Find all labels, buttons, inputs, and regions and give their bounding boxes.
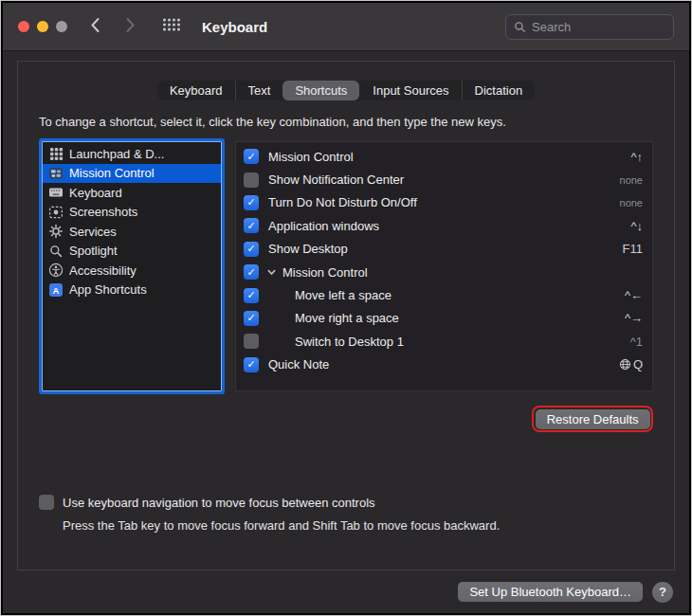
setup-bluetooth-keyboard-button[interactable]: Set Up Bluetooth Keyboard… [458,582,643,602]
tab-keyboard[interactable]: Keyboard [157,81,235,100]
window-title: Keyboard [202,19,267,35]
launchpad-icon [48,146,64,161]
shortcut-keys: ^↑ [630,150,643,164]
shortcut-checkbox[interactable]: ✓ [244,311,259,326]
close-window-button[interactable] [18,21,29,32]
shortcut-label: Mission Control [268,150,354,164]
shortcut-label: Quick Note [268,357,329,371]
tab-input-sources[interactable]: Input Sources [359,81,461,100]
app-shortcuts-icon: A [48,282,64,298]
shortcut-label: Mission Control [282,265,368,280]
tab-text[interactable]: Text [235,81,283,100]
sidebar-item-launchpad-d[interactable]: Launchpad & D... [43,144,221,164]
chevron-down-icon[interactable] [266,267,279,278]
shortcut-label: Show Desktop [268,242,348,256]
keyboard-navigation-checkbox[interactable] [39,495,54,510]
shortcut-label: Show Notification Center [268,172,404,187]
sidebar-item-label: App Shortcuts [69,282,147,297]
shortcut-checkbox[interactable]: ✓ [244,149,259,164]
shortcut-row[interactable]: ✓Mission Control [236,261,652,283]
shortcut-row[interactable]: ✓Turn Do Not Disturb On/Offnone [236,191,652,214]
restore-defaults-row: Restore Defaults [39,406,653,432]
shortcut-label: Move right a space [295,311,399,325]
instruction-text: To change a shortcut, select it, click t… [39,115,653,129]
shortcut-keys: ^1 [630,335,643,349]
shortcut-keys: none [620,174,643,186]
minimize-window-button[interactable] [37,21,48,32]
shortcut-checkbox[interactable]: ✓ [244,218,259,233]
shortcut-label: Application windows [268,219,379,233]
shortcut-checkbox[interactable]: ✓ [244,357,259,372]
shortcut-row[interactable]: Show Notification Centernone [236,168,652,190]
back-button[interactable] [90,17,100,37]
sidebar-item-label: Mission Control [69,166,155,180]
sidebar-item-label: Spotlight [69,244,118,258]
sidebar-item-mission-control[interactable]: Mission Control [43,164,221,184]
screenshot-frame: Keyboard KeyboardTextShortcutsInput Sour… [0,0,692,616]
shortcut-row[interactable]: ✓Show DesktopF11 [236,238,652,261]
chevron-left-icon [90,17,100,37]
forward-button[interactable] [125,17,136,37]
sidebar-item-screenshots[interactable]: Screenshots [43,203,221,223]
sidebar-item-keyboard[interactable]: Keyboard [43,183,221,203]
shortcut-row[interactable]: ✓Move left a space^← [236,283,652,306]
tab-row: KeyboardTextShortcutsInput SourcesDictat… [39,62,653,100]
shortcut-label: Switch to Desktop 1 [295,335,404,349]
shortcut-checkbox[interactable]: ✓ [244,242,259,257]
shortcut-row[interactable]: ✓Move right a space^→ [236,307,652,330]
shortcut-keys: none [620,197,643,208]
keyboard-navigation-row: Use keyboard navigation to move focus be… [39,495,653,510]
sidebar-item-label: Accessibility [69,263,137,278]
sidebar-item-app-shortcuts[interactable]: AApp Shortcuts [43,281,221,300]
spotlight-icon [48,244,64,259]
restore-defaults-button[interactable]: Restore Defaults [536,409,650,429]
grid-icon [162,18,181,35]
tab-bar: KeyboardTextShortcutsInput SourcesDictat… [157,81,535,100]
keyboard-icon [48,185,64,200]
services-icon [48,224,64,239]
chevron-right-icon [125,17,136,37]
shortcut-checkbox[interactable]: ✓ [244,264,259,280]
accessibility-icon [48,263,64,278]
preferences-pane: KeyboardTextShortcutsInput SourcesDictat… [17,61,675,571]
shortcut-row[interactable]: Switch to Desktop 1^1 [236,330,652,353]
mission-control-icon [48,166,64,181]
sidebar-item-spotlight[interactable]: Spotlight [43,242,221,262]
screenshots-icon [48,205,64,220]
titlebar: Keyboard [3,3,689,51]
shortcut-label: Move left a space [295,288,392,302]
search-field[interactable] [505,14,674,40]
zoom-window-button[interactable] [56,21,67,32]
svg-text:A: A [53,284,60,295]
search-icon [514,21,526,33]
annotation-highlight: Restore Defaults [532,406,653,432]
shortcut-keys: ^→ [625,311,643,325]
sidebar-item-accessibility[interactable]: Accessibility [43,261,221,281]
traffic-lights [18,21,67,32]
shortcut-checkbox[interactable]: ✓ [244,195,259,210]
footer: Set Up Bluetooth Keyboard… ? [3,571,689,613]
help-button[interactable]: ? [652,582,673,603]
shortcut-checkbox[interactable]: ✓ [244,288,259,303]
shortcut-keys: ^← [625,288,643,302]
tab-dictation[interactable]: Dictation [462,81,536,100]
keyboard-navigation-help-text: Press the Tab key to move focus forward … [39,518,653,533]
shortcuts-main: Launchpad & D...Mission ControlKeyboardS… [39,138,653,394]
shortcut-row[interactable]: ✓Quick NoteQ [236,353,652,376]
shortcut-keys: ^↓ [630,219,643,233]
shortcut-keys-globe: Q [619,357,643,371]
shortcut-checkbox[interactable] [244,172,259,188]
shortcut-row[interactable]: ✓Application windows^↓ [236,214,652,237]
content-area: KeyboardTextShortcutsInput SourcesDictat… [3,51,689,613]
shortcut-row[interactable]: ✓Mission Control^↑ [236,145,652,168]
sidebar-item-label: Keyboard [69,186,122,200]
sidebar-item-label: Launchpad & D... [69,147,164,161]
shortcuts-list: ✓Mission Control^↑Show Notification Cent… [235,141,653,391]
tab-shortcuts[interactable]: Shortcuts [282,81,359,100]
sidebar-item-services[interactable]: Services [43,222,221,242]
search-input[interactable] [532,20,665,34]
history-nav [90,17,136,37]
shortcut-checkbox[interactable] [244,334,259,349]
keyboard-preferences-window: Keyboard KeyboardTextShortcutsInput Sour… [1,1,691,615]
show-all-preferences-button[interactable] [162,18,181,35]
